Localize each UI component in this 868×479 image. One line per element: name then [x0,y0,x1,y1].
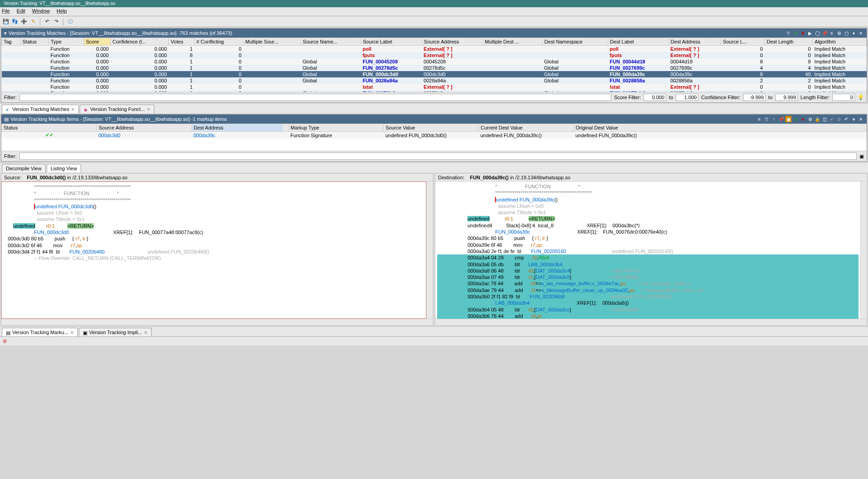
export-icon[interactable]: ▢ [843,30,849,36]
conf-from-input[interactable] [743,94,766,101]
pin-icon[interactable]: 📌 [821,30,828,36]
close-icon[interactable]: ✕ [70,330,74,335]
close-icon[interactable]: ✕ [144,330,148,335]
chevron-down-icon[interactable]: ▾ [850,116,857,122]
source-listing-body[interactable]: ****************************************… [1,182,426,319]
tab-decompile[interactable]: Decompile View [2,164,46,172]
menu-window[interactable]: Window [32,8,50,14]
tab-functions[interactable]: ◆ Version Tracking Funct... ✕ [80,105,154,113]
filter-icon[interactable]: ▽ [785,30,792,36]
lock-icon[interactable]: 🔒 [814,116,820,122]
apply-icon[interactable]: ▶ [807,30,813,36]
bulb-icon[interactable]: 💡 [858,95,864,101]
col-source-l-[interactable]: Source L... [721,38,765,46]
table-row[interactable]: Function0.0000.00080fputsExternal[ ? ]fp… [2,52,867,58]
table-row[interactable]: Function0.0000.00010GlobalFUN_0004520800… [2,58,867,65]
matches-table-wrap[interactable]: TagStatusTypeScoreConfidence (l...Votes#… [1,38,867,92]
table-row[interactable]: Function0.0000.00010GlobalFUN_0028a94a00… [2,77,867,84]
chevron-down-icon[interactable]: ▾ [850,30,857,36]
col-votes[interactable]: Votes [169,38,195,46]
table-row[interactable]: Function0.0000.00010GlobalFUN_000dc3d000… [2,71,867,77]
scrollbar-h[interactable] [1,319,433,325]
col-daddr[interactable]: Dest Address [192,124,282,132]
col-algorithm[interactable]: Algorithm [813,38,867,46]
settings-icon[interactable]: ≡ [829,30,835,36]
markup-filter-input[interactable] [19,153,857,160]
tab-listing[interactable]: Listing View [47,164,81,172]
tab-matches[interactable]: ▾ Version Tracking Matches ✕ [2,105,79,113]
reject-icon[interactable]: ✘ [800,30,806,36]
table-row[interactable]: Function0.0000.00010pollExternal[ ? ]pol… [2,46,867,53]
accept-icon[interactable]: ✔ [829,116,835,122]
markup-table-wrap[interactable]: Status Source Address Dest Address Marku… [1,124,867,151]
col-confidence-l-[interactable]: Confidence (l... [110,38,169,46]
help-icon[interactable]: ⓘ [66,18,74,26]
wand-icon[interactable]: ✎ [29,18,37,26]
col-type[interactable]: Type [48,38,84,46]
col-status[interactable]: Status [2,124,97,132]
table-row[interactable]: Function0.0000.00010GlobalFUN_00278d5c00… [2,65,867,71]
scrollbar-h[interactable] [435,319,867,325]
col-dest-label[interactable]: Dest Label [608,38,668,46]
options-icon[interactable]: ▣ [859,153,864,159]
markup-icon: ▤ [4,116,9,122]
tab-markup[interactable]: ▤ Version Tracking Marku... ✕ [2,328,78,336]
score-to-input[interactable] [676,94,698,101]
col-status[interactable]: Status [20,38,48,46]
col-sval[interactable]: Source Value [384,124,479,132]
col-multiple-sour-[interactable]: Multiple Sour... [243,38,301,46]
gear-icon[interactable]: ⚙ [807,116,813,122]
undo-icon[interactable]: ↶ [843,116,849,122]
redo-icon[interactable]: ↷ [52,18,60,26]
col-dest-length[interactable]: Dest Length [765,38,813,46]
scrollbar[interactable] [426,182,433,319]
col-dest-namespace[interactable]: Dest Namespace [542,38,608,46]
markup-row[interactable]: ✓✓ 000dc3d0 000da39c Function Signature … [2,132,867,139]
col-source-address[interactable]: Source Address [422,38,483,46]
tab-implied[interactable]: ▣ Version Tracking Impli... ✕ [79,328,152,336]
col-cval[interactable]: Current Dest Value [479,124,574,132]
footprint-icon[interactable]: 👣 [11,18,19,26]
tag-icon[interactable]: ◯ [814,30,820,36]
menu-file[interactable]: File [2,8,10,14]
up-icon[interactable]: ↑ [771,116,777,122]
red-dot-icon[interactable]: ● [800,116,806,122]
bookmark-icon[interactable]: ▣ [785,116,792,122]
close-icon[interactable]: ✕ [71,107,75,112]
menu-help[interactable]: Help [57,8,67,14]
close-icon[interactable]: ✕ [858,116,864,122]
scrollbar[interactable] [860,182,867,319]
filter-icon[interactable]: ▽ [763,116,770,122]
add-icon[interactable]: ➕ [20,18,28,26]
col-icon[interactable] [282,124,289,132]
close-icon[interactable]: ✕ [858,30,864,36]
col-oval[interactable]: Original Dest Value [574,124,867,132]
accept-icon[interactable]: ✔ [792,30,799,36]
col-multiple-dest-[interactable]: Multiple Dest ... [483,38,543,46]
col--conflicting[interactable]: # Conflicting [195,38,243,46]
reject-icon[interactable]: ⊘ [836,116,842,122]
col-tag[interactable]: Tag [2,38,21,46]
gear-icon[interactable]: ⚙ [836,30,842,36]
col-saddr[interactable]: Source Address [97,124,192,132]
filter-input[interactable] [19,94,611,101]
score-from-input[interactable] [644,94,666,101]
save-icon[interactable]: 💾 [2,18,10,26]
col-mtype[interactable]: Markup Type [289,124,384,132]
menu-edit[interactable]: Edit [17,8,25,14]
col-dest-address[interactable]: Dest Address [668,38,721,46]
col-source-name-[interactable]: Source Name... [301,38,361,46]
undo-icon[interactable]: ↶ [43,18,51,26]
conf-to-input[interactable] [775,94,798,101]
close-icon[interactable]: ✕ [147,107,150,112]
dest-listing-body[interactable]: * FUNCTION * ***************************… [435,182,860,319]
col-score[interactable]: Score [84,38,110,46]
green-dot-icon[interactable]: ● [792,116,799,122]
len-filter-input[interactable] [832,94,855,101]
col-source-label[interactable]: Source Label [361,38,422,46]
pin-icon[interactable]: 📌 [778,116,784,122]
table-row[interactable]: Function0.0000.00010lstatExternal[ ? ]ls… [2,84,867,90]
list-icon[interactable]: ≡ [756,116,763,122]
split-icon[interactable]: ◫ [821,116,828,122]
stop-icon[interactable]: ⊘ [3,338,7,344]
